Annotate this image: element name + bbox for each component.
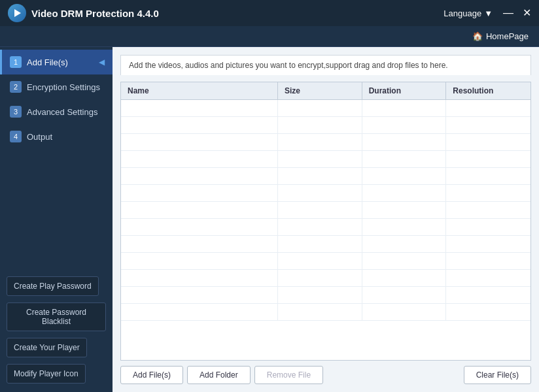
table-row	[121, 219, 530, 236]
app-title: Video DRM Protection 4.4.0	[31, 8, 159, 19]
svg-marker-0	[14, 9, 21, 17]
create-your-player-button[interactable]: Create Your Player	[7, 338, 87, 357]
nav-number: 4	[10, 131, 22, 142]
table-row	[121, 185, 530, 202]
language-button[interactable]: Language ▼	[443, 8, 493, 18]
close-button[interactable]: ✕	[523, 8, 531, 18]
col-duration: Duration	[362, 82, 447, 99]
nav-number: 1	[10, 56, 22, 68]
table-row	[121, 151, 530, 168]
homepage-button[interactable]: 🏠 HomePage	[472, 31, 529, 41]
table-row	[121, 287, 530, 304]
col-name: Name	[121, 82, 278, 99]
language-dropdown-icon: ▼	[484, 8, 493, 18]
table-row	[121, 117, 530, 134]
table-row	[121, 168, 530, 185]
nav-label: Output	[27, 132, 52, 142]
sidebar-spacer	[0, 149, 113, 273]
create-password-blacklist-button[interactable]: Create Password Blacklist	[7, 302, 106, 331]
table-row	[121, 134, 530, 151]
main-container: 1 Add File(s) ◀ 2 Encryption Settings 3 …	[0, 47, 539, 392]
col-size: Size	[278, 82, 362, 99]
title-bar: Video DRM Protection 4.4.0 Language ▼ — …	[0, 0, 539, 26]
language-label: Language	[443, 8, 481, 18]
table-row	[121, 100, 530, 117]
file-actions: Add File(s) Add Folder Remove File Clear…	[120, 366, 531, 384]
title-left: Video DRM Protection 4.4.0	[8, 4, 159, 22]
table-header: Name Size Duration Resolution	[121, 82, 530, 100]
table-row	[121, 304, 530, 321]
sidebar-item-advanced-settings[interactable]: 3 Advanced Settings	[0, 99, 113, 124]
app-icon	[8, 4, 26, 22]
title-right: Language ▼ — ✕	[443, 8, 531, 18]
window-controls: — ✕	[503, 8, 531, 18]
home-icon: 🏠	[472, 31, 483, 41]
table-row	[121, 236, 530, 253]
sidebar-buttons-container: Create Play PasswordCreate Password Blac…	[0, 273, 113, 387]
nav-number: 2	[10, 81, 22, 93]
create-play-password-button[interactable]: Create Play Password	[7, 276, 99, 296]
nav-label: Advanced Settings	[27, 107, 97, 117]
table-row	[121, 270, 530, 287]
nav-arrow-icon: ◀	[99, 57, 105, 67]
col-resolution: Resolution	[446, 82, 530, 99]
nav-items-container: 1 Add File(s) ◀ 2 Encryption Settings 3 …	[0, 50, 113, 149]
homepage-label: HomePage	[486, 31, 529, 41]
add-files-button[interactable]: Add File(s)	[120, 366, 183, 384]
table-body	[121, 100, 530, 359]
content-area: Add the videos, audios and pictures you …	[113, 47, 539, 392]
modify-player-icon-button[interactable]: Modify Player Icon	[7, 364, 86, 384]
nav-number: 3	[10, 106, 22, 118]
hint-text: Add the videos, audios and pictures you …	[120, 55, 531, 75]
file-table: Name Size Duration Resolution	[120, 82, 531, 361]
homepage-bar: 🏠 HomePage	[0, 26, 539, 47]
sidebar-item-output[interactable]: 4 Output	[0, 124, 113, 149]
sidebar-item-add-files[interactable]: 1 Add File(s) ◀	[0, 50, 113, 74]
remove-file-button[interactable]: Remove File	[254, 366, 323, 384]
minimize-button[interactable]: —	[503, 8, 513, 18]
sidebar-item-encryption-settings[interactable]: 2 Encryption Settings	[0, 74, 113, 99]
nav-label: Add File(s)	[27, 57, 68, 67]
add-folder-button[interactable]: Add Folder	[187, 366, 251, 384]
nav-label: Encryption Settings	[27, 82, 100, 92]
table-row	[121, 253, 530, 270]
clear-files-button[interactable]: Clear File(s)	[464, 366, 531, 384]
sidebar: 1 Add File(s) ◀ 2 Encryption Settings 3 …	[0, 47, 113, 392]
table-row	[121, 202, 530, 219]
